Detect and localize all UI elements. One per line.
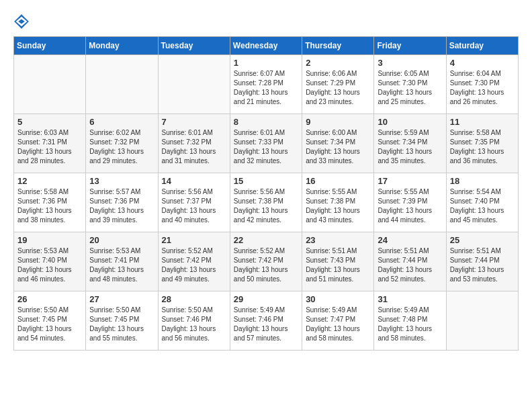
- cell-content: Sunrise: 5:58 AM Sunset: 7:36 PM Dayligh…: [17, 187, 82, 225]
- calendar-week-row: 1Sunrise: 6:07 AM Sunset: 7:28 PM Daylig…: [14, 55, 519, 114]
- day-number: 18: [450, 176, 515, 186]
- cell-content: Sunrise: 5:51 AM Sunset: 7:44 PM Dayligh…: [378, 246, 442, 284]
- day-of-week-header: Monday: [86, 37, 158, 55]
- calendar-cell: 12Sunrise: 5:58 AM Sunset: 7:36 PM Dayli…: [14, 173, 86, 232]
- calendar-table: SundayMondayTuesdayWednesdayThursdayFrid…: [13, 36, 519, 351]
- cell-content: Sunrise: 6:01 AM Sunset: 7:32 PM Dayligh…: [162, 128, 226, 166]
- cell-content: Sunrise: 5:51 AM Sunset: 7:43 PM Dayligh…: [306, 246, 370, 284]
- calendar-cell: 13Sunrise: 5:57 AM Sunset: 7:36 PM Dayli…: [86, 173, 158, 232]
- calendar-cell: 26Sunrise: 5:50 AM Sunset: 7:45 PM Dayli…: [14, 291, 86, 351]
- cell-content: Sunrise: 6:02 AM Sunset: 7:32 PM Dayligh…: [89, 128, 154, 166]
- calendar-week-row: 12Sunrise: 5:58 AM Sunset: 7:36 PM Dayli…: [14, 173, 519, 232]
- cell-content: Sunrise: 5:52 AM Sunset: 7:42 PM Dayligh…: [234, 246, 298, 284]
- day-number: 10: [378, 117, 442, 127]
- page-header: [13, 13, 519, 30]
- day-number: 15: [234, 176, 298, 186]
- calendar-cell: 8Sunrise: 6:01 AM Sunset: 7:33 PM Daylig…: [230, 114, 302, 173]
- calendar-cell: 22Sunrise: 5:52 AM Sunset: 7:42 PM Dayli…: [230, 232, 302, 291]
- cell-content: Sunrise: 6:04 AM Sunset: 7:30 PM Dayligh…: [450, 69, 515, 107]
- calendar-cell: 30Sunrise: 5:49 AM Sunset: 7:47 PM Dayli…: [302, 291, 374, 351]
- day-number: 13: [89, 176, 154, 186]
- cell-content: Sunrise: 6:07 AM Sunset: 7:28 PM Dayligh…: [234, 69, 298, 107]
- cell-content: Sunrise: 6:01 AM Sunset: 7:33 PM Dayligh…: [234, 128, 298, 166]
- day-of-week-header: Saturday: [446, 37, 518, 55]
- calendar-cell: 6Sunrise: 6:02 AM Sunset: 7:32 PM Daylig…: [86, 114, 158, 173]
- calendar-cell: 10Sunrise: 5:59 AM Sunset: 7:34 PM Dayli…: [374, 114, 446, 173]
- calendar-cell: 7Sunrise: 6:01 AM Sunset: 7:32 PM Daylig…: [158, 114, 230, 173]
- calendar-week-row: 5Sunrise: 6:03 AM Sunset: 7:31 PM Daylig…: [14, 114, 519, 173]
- calendar-week-row: 26Sunrise: 5:50 AM Sunset: 7:45 PM Dayli…: [14, 291, 519, 351]
- calendar-cell: 20Sunrise: 5:53 AM Sunset: 7:41 PM Dayli…: [86, 232, 158, 291]
- calendar-cell: 5Sunrise: 6:03 AM Sunset: 7:31 PM Daylig…: [14, 114, 86, 173]
- cell-content: Sunrise: 5:50 AM Sunset: 7:45 PM Dayligh…: [89, 306, 154, 343]
- cell-content: Sunrise: 5:49 AM Sunset: 7:48 PM Dayligh…: [378, 306, 442, 343]
- calendar-cell: 28Sunrise: 5:50 AM Sunset: 7:46 PM Dayli…: [158, 291, 230, 351]
- day-number: 28: [162, 294, 226, 304]
- calendar-cell: 19Sunrise: 5:53 AM Sunset: 7:40 PM Dayli…: [14, 232, 86, 291]
- day-number: 29: [234, 294, 298, 304]
- cell-content: Sunrise: 5:56 AM Sunset: 7:37 PM Dayligh…: [162, 187, 226, 225]
- cell-content: Sunrise: 6:06 AM Sunset: 7:29 PM Dayligh…: [306, 69, 370, 107]
- calendar-cell: 17Sunrise: 5:55 AM Sunset: 7:39 PM Dayli…: [374, 173, 446, 232]
- day-of-week-header: Sunday: [14, 37, 86, 55]
- day-number: 30: [306, 294, 370, 304]
- calendar-header-row: SundayMondayTuesdayWednesdayThursdayFrid…: [14, 37, 519, 55]
- day-number: 9: [306, 117, 370, 127]
- day-number: 24: [378, 235, 442, 245]
- calendar-cell: 31Sunrise: 5:49 AM Sunset: 7:48 PM Dayli…: [374, 291, 446, 351]
- cell-content: Sunrise: 5:54 AM Sunset: 7:40 PM Dayligh…: [450, 187, 515, 225]
- day-of-week-header: Friday: [374, 37, 446, 55]
- cell-content: Sunrise: 5:55 AM Sunset: 7:39 PM Dayligh…: [378, 187, 442, 225]
- day-number: 3: [378, 58, 442, 68]
- day-number: 7: [162, 117, 226, 127]
- day-number: 20: [89, 235, 154, 245]
- calendar-cell: 24Sunrise: 5:51 AM Sunset: 7:44 PM Dayli…: [374, 232, 446, 291]
- logo: [13, 13, 32, 30]
- cell-content: Sunrise: 5:49 AM Sunset: 7:46 PM Dayligh…: [234, 306, 298, 343]
- day-number: 25: [450, 235, 515, 245]
- cell-content: Sunrise: 5:50 AM Sunset: 7:46 PM Dayligh…: [162, 306, 226, 343]
- logo-icon: [13, 13, 30, 30]
- calendar-cell: 3Sunrise: 6:05 AM Sunset: 7:30 PM Daylig…: [374, 55, 446, 114]
- day-number: 2: [306, 58, 370, 68]
- calendar-cell: 9Sunrise: 6:00 AM Sunset: 7:34 PM Daylig…: [302, 114, 374, 173]
- calendar-cell: 23Sunrise: 5:51 AM Sunset: 7:43 PM Dayli…: [302, 232, 374, 291]
- cell-content: Sunrise: 5:53 AM Sunset: 7:40 PM Dayligh…: [17, 246, 82, 284]
- day-number: 14: [162, 176, 226, 186]
- day-number: 23: [306, 235, 370, 245]
- calendar-cell: [446, 291, 518, 351]
- day-number: 17: [378, 176, 442, 186]
- cell-content: Sunrise: 5:59 AM Sunset: 7:34 PM Dayligh…: [378, 128, 442, 166]
- calendar-cell: [14, 55, 86, 114]
- day-number: 16: [306, 176, 370, 186]
- cell-content: Sunrise: 5:51 AM Sunset: 7:44 PM Dayligh…: [450, 246, 515, 284]
- cell-content: Sunrise: 5:56 AM Sunset: 7:38 PM Dayligh…: [234, 187, 298, 225]
- cell-content: Sunrise: 6:03 AM Sunset: 7:31 PM Dayligh…: [17, 128, 82, 166]
- cell-content: Sunrise: 5:50 AM Sunset: 7:45 PM Dayligh…: [17, 306, 82, 343]
- day-number: 21: [162, 235, 226, 245]
- cell-content: Sunrise: 5:55 AM Sunset: 7:38 PM Dayligh…: [306, 187, 370, 225]
- calendar-cell: 15Sunrise: 5:56 AM Sunset: 7:38 PM Dayli…: [230, 173, 302, 232]
- day-number: 22: [234, 235, 298, 245]
- day-number: 31: [378, 294, 442, 304]
- calendar-cell: [86, 55, 158, 114]
- calendar-cell: 18Sunrise: 5:54 AM Sunset: 7:40 PM Dayli…: [446, 173, 518, 232]
- day-number: 8: [234, 117, 298, 127]
- day-number: 26: [17, 294, 82, 304]
- cell-content: Sunrise: 5:53 AM Sunset: 7:41 PM Dayligh…: [89, 246, 154, 284]
- calendar-cell: 4Sunrise: 6:04 AM Sunset: 7:30 PM Daylig…: [446, 55, 518, 114]
- day-number: 11: [450, 117, 515, 127]
- day-number: 12: [17, 176, 82, 186]
- cell-content: Sunrise: 5:52 AM Sunset: 7:42 PM Dayligh…: [162, 246, 226, 284]
- calendar-cell: 16Sunrise: 5:55 AM Sunset: 7:38 PM Dayli…: [302, 173, 374, 232]
- calendar-cell: 1Sunrise: 6:07 AM Sunset: 7:28 PM Daylig…: [230, 55, 302, 114]
- cell-content: Sunrise: 6:05 AM Sunset: 7:30 PM Dayligh…: [378, 69, 442, 107]
- calendar-cell: 25Sunrise: 5:51 AM Sunset: 7:44 PM Dayli…: [446, 232, 518, 291]
- day-number: 19: [17, 235, 82, 245]
- calendar-cell: 21Sunrise: 5:52 AM Sunset: 7:42 PM Dayli…: [158, 232, 230, 291]
- day-number: 27: [89, 294, 154, 304]
- calendar-cell: [158, 55, 230, 114]
- calendar-cell: 27Sunrise: 5:50 AM Sunset: 7:45 PM Dayli…: [86, 291, 158, 351]
- calendar-cell: 14Sunrise: 5:56 AM Sunset: 7:37 PM Dayli…: [158, 173, 230, 232]
- calendar-cell: 2Sunrise: 6:06 AM Sunset: 7:29 PM Daylig…: [302, 55, 374, 114]
